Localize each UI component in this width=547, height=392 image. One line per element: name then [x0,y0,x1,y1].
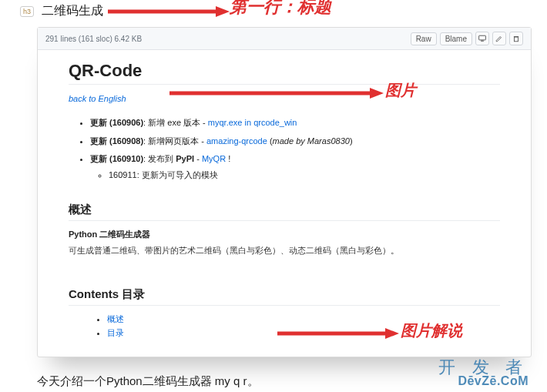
overview-subhead: Python 二维码生成器 [69,229,500,240]
card-header: 291 lines (161 sloc) 6.42 KB Raw Blame [38,28,531,50]
article-title: 二维码生成 [42,3,103,19]
arrow-icon [169,86,385,102]
svg-marker-5 [385,328,399,339]
annotation-caption: 图片解说 [401,320,462,341]
trash-icon[interactable] [509,32,523,45]
watermark-en: DēvZē.CoM [458,374,529,388]
svg-marker-1 [216,6,230,17]
svg-marker-3 [370,88,384,99]
contents-heading: Contents 目录 [69,287,500,306]
raw-button[interactable]: Raw [411,32,437,45]
overview-heading: 概述 [69,203,500,221]
list-item: 更新 (160908): 新增网页版本 - amazing-qrcode (ma… [90,135,500,148]
svg-rect-7 [481,41,484,42]
readme-card: 291 lines (161 sloc) 6.42 KB Raw Blame Q… [37,27,532,357]
overview-desc: 可生成普通二维码、带图片的艺术二维码（黑白与彩色）、动态二维码（黑白与彩色）。 [69,245,500,256]
list-item: 更新 (160910): 发布到 PyPI - MyQR ! 160911: 更… [90,152,500,181]
file-meta: 291 lines (161 sloc) 6.42 KB [45,35,142,43]
link-myqr[interactable]: MyQR [202,154,226,163]
back-link[interactable]: back to English [69,94,126,103]
annotation-row1: 第一行：标题 [230,0,331,18]
link-myqrexe[interactable]: myqr.exe in qrcode_win [208,118,297,127]
h3-badge: h3 [20,6,34,17]
edit-icon[interactable] [492,32,506,45]
arrow-icon [108,5,231,20]
list-item: 160911: 更新为可导入的模块 [109,169,500,182]
annotation-image: 图片 [385,80,416,101]
link-amazing[interactable]: amazing-qrcode [206,136,267,146]
svg-rect-8 [515,37,518,42]
svg-rect-6 [479,35,486,40]
blame-button[interactable]: Blame [440,32,472,45]
readme-h1: QR-Code [69,61,500,85]
arrow-icon [277,327,401,342]
list-item: 更新 (160906): 新增 exe 版本 - myqr.exe in qrc… [90,116,500,129]
update-list: 更新 (160906): 新增 exe 版本 - myqr.exe in qrc… [69,116,500,181]
desktop-icon[interactable] [475,32,489,45]
